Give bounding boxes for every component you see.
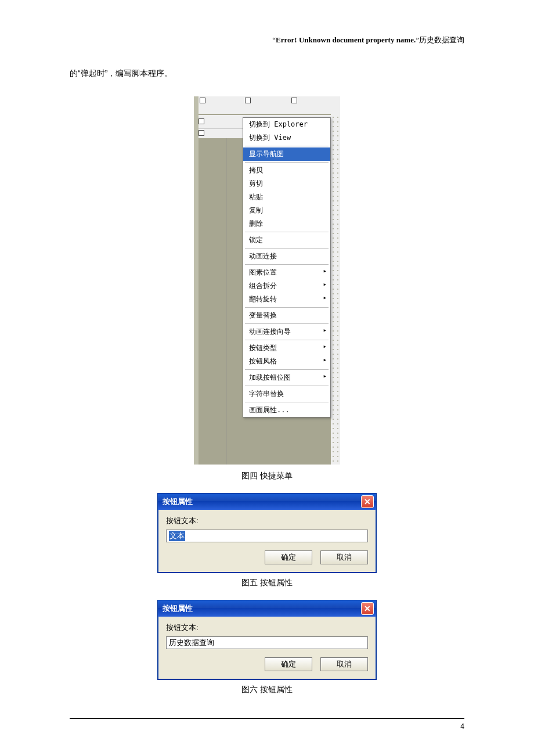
menu-separator — [245, 146, 329, 146]
close-icon[interactable]: ✕ — [361, 495, 374, 508]
close-icon[interactable]: ✕ — [361, 602, 374, 615]
fig5-dialog: 按钮属性 ✕ 按钮文本: 文本 确定 取消 — [157, 493, 377, 573]
menu-item[interactable]: 删除 — [243, 217, 330, 231]
menu-item[interactable]: 按钮风格 — [243, 355, 330, 368]
body-text: 的“弹起时”，编写脚本程序。 — [70, 69, 464, 79]
menu-separator — [245, 340, 329, 340]
fig5-caption: 图五 按钮属性 — [70, 578, 464, 588]
menu-separator — [245, 369, 329, 370]
cancel-button[interactable]: 取消 — [320, 550, 368, 564]
context-menu: 切换到 Explorer切换到 View显示导航图拷贝剪切粘贴复制删除锁定动画连… — [243, 117, 331, 417]
button-text-input[interactable]: 文本 — [166, 530, 368, 542]
menu-item[interactable]: 切换到 View — [243, 131, 330, 145]
header-suffix: 历史数据查询 — [419, 35, 464, 44]
menu-item[interactable]: 画面属性... — [243, 404, 330, 417]
menu-item[interactable]: 字符串替换 — [243, 387, 330, 401]
menu-item[interactable]: 动画连接向导 — [243, 325, 330, 339]
menu-item[interactable]: 变量替换 — [243, 309, 330, 322]
resize-handle[interactable] — [199, 118, 204, 124]
page-footer: 4 — [70, 718, 464, 730]
titlebar[interactable]: 按钮属性 ✕ — [158, 494, 376, 510]
field-label: 按钮文本: — [166, 622, 368, 633]
menu-item[interactable]: 组合拆分 — [243, 279, 330, 293]
menu-item[interactable]: 锁定 — [243, 233, 330, 247]
header-error: Error! Unknown document property name. — [276, 35, 416, 44]
titlebar[interactable]: 按钮属性 ✕ — [158, 600, 376, 617]
input-value: 文本 — [169, 531, 185, 541]
cancel-button[interactable]: 取消 — [320, 657, 368, 671]
menu-separator — [245, 162, 329, 163]
menu-item[interactable]: 粘贴 — [243, 190, 330, 204]
menu-item[interactable]: 动画连接 — [243, 250, 330, 263]
resize-handle[interactable] — [199, 130, 204, 136]
menu-item[interactable]: 剪切 — [243, 177, 330, 190]
dialog-title: 按钮属性 — [163, 603, 193, 614]
menu-separator — [245, 386, 329, 386]
resize-handle[interactable] — [200, 98, 205, 103]
fig4-screenshot: 切换到 Explorer切换到 View显示导航图拷贝剪切粘贴复制删除锁定动画连… — [194, 96, 340, 465]
menu-separator — [245, 323, 329, 324]
button-text-input[interactable] — [166, 636, 368, 649]
menu-item[interactable]: 复制 — [243, 204, 330, 217]
menu-item[interactable]: 图素位置 — [243, 266, 330, 279]
fig4-caption: 图四 快捷菜单 — [70, 471, 464, 481]
menu-item[interactable]: 按钮类型 — [243, 341, 330, 355]
ok-button[interactable]: 确定 — [265, 657, 312, 671]
menu-separator — [245, 264, 329, 265]
field-label: 按钮文本: — [166, 516, 368, 526]
menu-separator — [245, 232, 329, 232]
fig6-caption: 图六 按钮属性 — [70, 685, 464, 695]
resize-handle[interactable] — [245, 98, 251, 103]
page-number: 4 — [460, 722, 464, 730]
menu-item[interactable]: 拷贝 — [243, 164, 330, 177]
menu-item[interactable]: 加载按钮位图 — [243, 371, 330, 384]
menu-separator — [245, 248, 329, 249]
menu-item[interactable]: 翻转旋转 — [243, 293, 330, 306]
dialog-title: 按钮属性 — [163, 496, 193, 507]
menu-separator — [245, 402, 329, 402]
ok-button[interactable]: 确定 — [265, 550, 312, 564]
resize-handle[interactable] — [291, 98, 297, 103]
menu-item[interactable]: 切换到 Explorer — [243, 118, 330, 131]
fig6-dialog: 按钮属性 ✕ 按钮文本: 确定 取消 — [157, 600, 377, 680]
menu-item[interactable]: 显示导航图 — [243, 147, 330, 161]
menu-separator — [245, 307, 329, 308]
page-header: “Error! Unknown document property name.”… — [70, 35, 464, 45]
